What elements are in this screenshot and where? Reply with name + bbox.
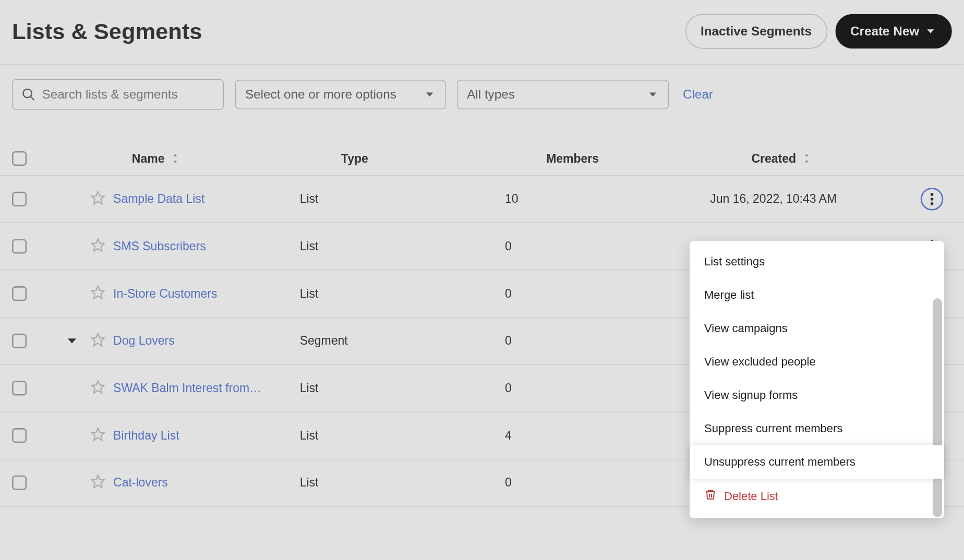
svg-marker-6 xyxy=(92,239,104,251)
page-title: Lists & Segments xyxy=(12,18,202,44)
star-icon[interactable] xyxy=(91,190,105,208)
svg-marker-22 xyxy=(92,428,104,440)
menu-item[interactable]: Suppress current members xyxy=(690,412,944,445)
star-icon[interactable] xyxy=(91,237,105,255)
row-checkbox[interactable] xyxy=(12,239,27,253)
list-name-link[interactable]: In-Store Customers xyxy=(113,287,217,301)
star-icon[interactable] xyxy=(91,379,105,397)
menu-item[interactable]: View excluded people xyxy=(690,345,944,379)
expand-toggle[interactable] xyxy=(53,334,91,348)
table-row: Sample Data ListList10Jun 16, 2022, 10:4… xyxy=(0,176,964,223)
trash-icon xyxy=(704,489,717,504)
row-created: Jun 16, 2022, 10:43 AM xyxy=(710,192,912,206)
search-input[interactable] xyxy=(12,79,224,110)
svg-marker-18 xyxy=(92,381,104,393)
svg-marker-2 xyxy=(92,191,104,203)
inactive-segments-label: Inactive Segments xyxy=(701,24,812,39)
menu-item[interactable]: Unsuppress current members xyxy=(690,445,944,479)
options-select[interactable]: Select one or more options xyxy=(235,80,446,109)
menu-item-label: Merge list xyxy=(704,288,754,302)
svg-point-0 xyxy=(23,89,31,98)
column-header-created[interactable]: Created xyxy=(751,152,796,166)
menu-item[interactable]: List settings xyxy=(690,245,944,278)
sort-icon[interactable] xyxy=(803,153,811,164)
star-icon[interactable] xyxy=(91,332,105,350)
row-members: 0 xyxy=(505,239,710,253)
types-select[interactable]: All types xyxy=(457,80,669,109)
svg-point-5 xyxy=(931,202,934,205)
inactive-segments-button[interactable]: Inactive Segments xyxy=(685,14,827,48)
list-name-link[interactable]: SMS Subscribers xyxy=(113,239,206,253)
menu-item-label: View campaigns xyxy=(704,322,788,335)
row-members: 0 xyxy=(505,334,710,348)
clear-filters-button[interactable]: Clear xyxy=(683,87,713,102)
chevron-down-icon xyxy=(424,89,436,101)
menu-item-label: View excluded people xyxy=(704,355,816,369)
row-members: 10 xyxy=(505,192,710,206)
row-members: 0 xyxy=(505,476,710,490)
row-checkbox[interactable] xyxy=(12,476,27,490)
list-name-link[interactable]: Dog Lovers xyxy=(113,334,175,348)
row-checkbox[interactable] xyxy=(12,428,27,443)
row-members: 0 xyxy=(505,287,710,301)
svg-marker-10 xyxy=(92,286,104,298)
row-type: List xyxy=(300,476,505,490)
row-checkbox[interactable] xyxy=(12,381,27,395)
row-checkbox[interactable] xyxy=(12,334,27,348)
scrollbar[interactable] xyxy=(933,298,942,517)
row-members: 0 xyxy=(505,381,710,395)
row-type: List xyxy=(300,192,505,206)
menu-item-label: Suppress current members xyxy=(704,422,842,435)
chevron-down-icon xyxy=(65,334,79,348)
chevron-down-icon xyxy=(647,89,659,101)
menu-item-label: Unsuppress current members xyxy=(704,455,855,469)
row-checkbox[interactable] xyxy=(12,192,27,206)
menu-item[interactable]: Delete List xyxy=(690,479,944,514)
kebab-icon xyxy=(930,192,934,206)
row-type: List xyxy=(300,381,505,395)
list-name-link[interactable]: SWAK Balm Interest from… xyxy=(113,381,261,395)
menu-item-label: List settings xyxy=(704,255,765,269)
sort-icon[interactable] xyxy=(171,153,179,164)
menu-item[interactable]: View signup forms xyxy=(690,379,944,412)
column-header-name[interactable]: Name xyxy=(132,152,165,166)
types-select-label: All types xyxy=(467,87,515,102)
column-header-type: Type xyxy=(341,152,546,166)
menu-item-label: View signup forms xyxy=(704,388,798,402)
select-all-checkbox[interactable] xyxy=(12,151,27,166)
menu-item-label: Delete List xyxy=(724,490,778,503)
row-type: List xyxy=(300,287,505,301)
options-select-label: Select one or more options xyxy=(245,87,396,102)
chevron-down-icon xyxy=(924,26,936,38)
menu-item[interactable]: Merge list xyxy=(690,278,944,312)
create-new-label: Create New xyxy=(850,24,919,39)
svg-marker-26 xyxy=(92,475,104,487)
create-new-button[interactable]: Create New xyxy=(835,14,952,48)
svg-line-1 xyxy=(30,96,34,100)
list-name-link[interactable]: Sample Data List xyxy=(113,192,204,206)
star-icon[interactable] xyxy=(91,285,105,302)
row-checkbox[interactable] xyxy=(12,286,27,301)
row-members: 4 xyxy=(505,429,710,443)
svg-marker-14 xyxy=(92,333,104,345)
star-icon[interactable] xyxy=(91,474,105,492)
menu-item[interactable]: View campaigns xyxy=(690,312,944,345)
svg-point-3 xyxy=(931,193,934,196)
row-actions-button[interactable] xyxy=(921,188,943,210)
column-header-members: Members xyxy=(546,152,751,166)
star-icon[interactable] xyxy=(91,427,105,444)
search-icon xyxy=(21,87,36,102)
list-name-link[interactable]: Birthday List xyxy=(113,429,179,443)
row-type: List xyxy=(300,239,505,253)
svg-point-4 xyxy=(931,198,934,201)
row-actions-menu: List settingsMerge listView campaignsVie… xyxy=(690,241,944,518)
row-type: Segment xyxy=(300,334,505,348)
list-name-link[interactable]: Cat-lovers xyxy=(113,476,168,490)
row-type: List xyxy=(300,429,505,443)
